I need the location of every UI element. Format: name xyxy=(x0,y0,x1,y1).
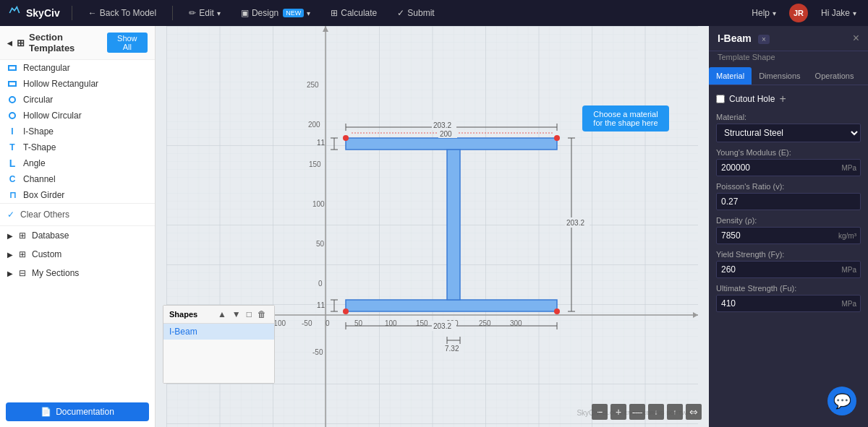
shapes-panel: Shapes ▲ ▼ □ 🗑 I-Beam xyxy=(163,305,275,384)
svg-text:50: 50 xyxy=(316,240,325,248)
svg-text:11: 11 xyxy=(317,139,326,147)
shapes-header: Shapes ▲ ▼ □ 🗑 xyxy=(163,306,274,324)
ultimate-unit: MPa xyxy=(841,300,856,308)
tab-operations[interactable]: Operations xyxy=(808,67,861,85)
brand-name: SkyCiv xyxy=(26,7,60,19)
add-material-icon[interactable]: + xyxy=(779,92,786,105)
left-sidebar: ◂ ⊞ Section Templates Show All Rectangul… xyxy=(0,26,156,427)
calculate-btn[interactable]: ⊞ Calculate xyxy=(326,8,381,18)
design-menu[interactable]: ▣ Design NEW ▾ xyxy=(237,8,315,18)
right-panel-close[interactable]: × xyxy=(853,32,859,45)
hollow-circle-icon xyxy=(7,111,17,121)
edit-menu[interactable]: ✏ Edit ▾ xyxy=(184,8,225,18)
user-avatar[interactable]: JR xyxy=(789,4,808,22)
yield-label: Yield Strength (Fy): xyxy=(716,250,861,259)
shape-tool-delete[interactable]: 🗑 xyxy=(255,309,268,320)
svg-text:203.2: 203.2 xyxy=(566,219,584,227)
custom-icon: ⊞ xyxy=(19,249,26,259)
design-icon: ▣ xyxy=(241,8,249,18)
svg-text:150: 150 xyxy=(309,160,321,168)
shape-tool-add[interactable]: □ xyxy=(244,309,254,320)
shape-tool-up[interactable]: ▲ xyxy=(216,309,229,320)
nav-right: Help ▾ JR Hi Jake ▾ xyxy=(747,4,861,22)
svg-text:200: 200 xyxy=(308,121,320,129)
sidebar-header: ◂ ⊞ Section Templates Show All xyxy=(0,26,155,60)
svg-text:-50: -50 xyxy=(302,319,312,327)
sidebar-group-custom[interactable]: ▶ ⊞ Custom xyxy=(0,245,155,264)
sidebar-item-hollow-rect[interactable]: Hollow Rectangular xyxy=(0,76,155,92)
channel-icon: C xyxy=(7,174,17,184)
svg-text:11: 11 xyxy=(317,301,326,309)
back-icon: ← xyxy=(88,8,97,18)
yield-input[interactable] xyxy=(716,261,861,278)
tab-bar: Material Dimensions Operations xyxy=(709,67,868,85)
youngs-input[interactable] xyxy=(716,159,861,176)
ultimate-input-row: MPa xyxy=(716,295,861,312)
nav-divider-2 xyxy=(172,6,173,20)
youngs-field: Young's Modulus (E): MPa xyxy=(716,148,861,176)
sidebar-item-hollow-circular[interactable]: Hollow Circular xyxy=(0,108,155,124)
right-panel-header: I-Beam × × xyxy=(709,26,868,51)
main-layout: ◂ ⊞ Section Templates Show All Rectangul… xyxy=(0,26,868,427)
sidebar-item-rectangular[interactable]: Rectangular xyxy=(0,60,155,76)
density-unit: kg/m³ xyxy=(838,232,856,240)
database-chevron: ▶ xyxy=(7,232,13,240)
back-to-model-btn[interactable]: ← Back To Model xyxy=(84,8,161,18)
t-shape-icon: T xyxy=(7,142,17,152)
docs-icon: 📄 xyxy=(41,407,51,417)
sidebar-item-circular[interactable]: Circular xyxy=(0,92,155,108)
user-menu[interactable]: Hi Jake ▾ xyxy=(817,8,861,18)
sidebar-item-angle[interactable]: L Angle xyxy=(0,155,155,171)
sidebar-item-i-shape[interactable]: I I-Shape xyxy=(0,124,155,139)
poisson-input-row xyxy=(716,193,861,210)
user-chevron: ▾ xyxy=(853,9,856,17)
box-girder-icon: ⊓ xyxy=(7,190,17,200)
canvas-area[interactable]: -100 -50 0 50 100 150 200 250 300 250 20… xyxy=(156,26,709,427)
sidebar-item-box-girder[interactable]: ⊓ Box Girder xyxy=(0,187,155,203)
submit-btn[interactable]: ✓ Submit xyxy=(393,8,438,18)
chat-button[interactable]: 💬 xyxy=(827,387,856,415)
shapes-list-item[interactable]: I-Beam xyxy=(163,324,274,340)
documentation-button[interactable]: 📄 Documentation xyxy=(6,402,149,421)
edit-icon: ✏ xyxy=(189,8,196,18)
sidebar-group-my-sections[interactable]: ▶ ⊟ My Sections xyxy=(0,264,155,282)
watermark: SkyCiv CLOUD ENGINEERING SOFTWARE xyxy=(576,409,699,417)
grid-icon: ⊞ xyxy=(17,38,25,48)
svg-text:0: 0 xyxy=(326,319,330,327)
top-nav: SkyCiv ← Back To Model ✏ Edit ▾ ▣ Design… xyxy=(0,0,868,26)
right-panel-title: I-Beam xyxy=(718,33,752,44)
density-label: Density (ρ): xyxy=(716,216,861,225)
material-label: Material: xyxy=(716,113,861,121)
svg-point-26 xyxy=(554,135,560,141)
poisson-input[interactable] xyxy=(716,193,861,210)
material-select[interactable]: Structural Steel xyxy=(716,124,861,142)
design-badge: NEW xyxy=(283,9,304,17)
shape-tool-down[interactable]: ▼ xyxy=(230,309,243,320)
tab-dimensions[interactable]: Dimensions xyxy=(752,67,807,85)
svg-rect-23 xyxy=(346,138,557,150)
svg-text:203.2: 203.2 xyxy=(433,322,451,330)
clear-others-btn[interactable]: ✓ Clear Others xyxy=(0,204,155,226)
collapse-icon[interactable]: ◂ xyxy=(7,38,12,48)
svg-text:0: 0 xyxy=(318,280,323,288)
cutout-checkbox[interactable] xyxy=(716,95,725,103)
ultimate-input[interactable] xyxy=(716,295,861,312)
tab-material[interactable]: Material xyxy=(709,67,752,85)
sidebar-group-database[interactable]: ▶ ⊞ Database xyxy=(0,226,155,245)
poisson-field: Poisson's Ratio (v): xyxy=(716,182,861,210)
show-all-button[interactable]: Show All xyxy=(107,33,148,53)
youngs-label: Young's Modulus (E): xyxy=(716,148,861,157)
brand-logo[interactable]: SkyCiv xyxy=(7,6,60,20)
help-btn[interactable]: Help ▾ xyxy=(747,8,780,18)
cutout-label: Cutout Hole xyxy=(729,94,775,104)
svg-text:250: 250 xyxy=(307,81,319,89)
sidebar-item-t-shape[interactable]: T T-Shape xyxy=(0,139,155,155)
angle-icon: L xyxy=(7,158,17,168)
template-badge: × xyxy=(758,35,770,44)
my-sections-chevron: ▶ xyxy=(7,269,13,277)
sidebar-item-channel[interactable]: C Channel xyxy=(0,171,155,187)
svg-rect-22 xyxy=(346,300,557,311)
right-panel: I-Beam × × Template Shape Material Dimen… xyxy=(709,26,868,427)
svg-text:200: 200 xyxy=(440,130,452,138)
calculate-icon: ⊞ xyxy=(331,8,338,18)
